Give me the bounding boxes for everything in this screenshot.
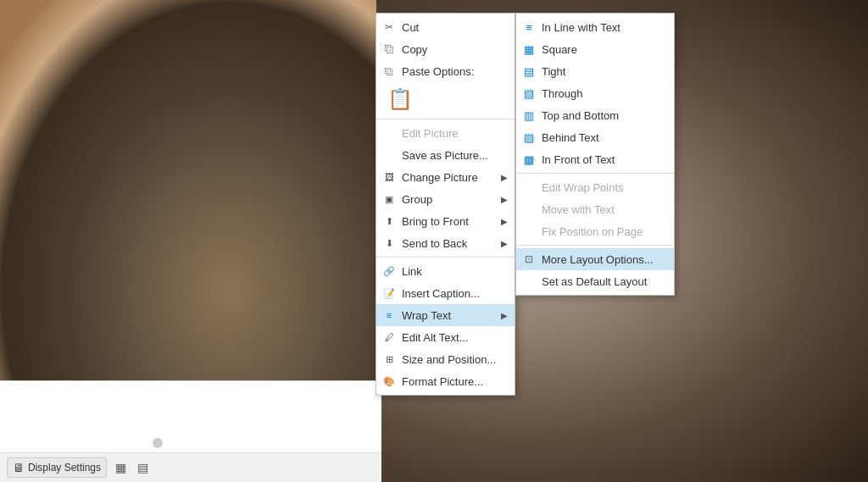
submenu-item-edit-wrap: Edit Wrap Points (516, 176, 674, 198)
menu-item-group[interactable]: ▣ Group ▶ (376, 188, 515, 210)
behind-text-icon: ▨ (521, 130, 537, 145)
save-picture-icon (381, 147, 397, 163)
set-default-icon (521, 274, 537, 289)
behind-text-label: Behind Text (542, 131, 599, 144)
submenu-item-through[interactable]: ▧ Through (516, 82, 674, 104)
bring-front-label: Bring to Front (402, 215, 469, 228)
send-back-label: Send to Back (402, 237, 467, 250)
display-settings-button[interactable]: 🖥 Display Settings (7, 457, 107, 478)
submenu-item-move-text: Move with Text (516, 198, 674, 220)
menu-item-save-picture[interactable]: Save as Picture... (376, 144, 515, 166)
edit-picture-label: Edit Picture (402, 127, 458, 140)
submenu-item-square[interactable]: ▦ Square (516, 38, 674, 60)
scroll-indicator (153, 438, 163, 448)
front-text-label: In Front of Text (542, 153, 615, 166)
display-settings-label: Display Settings (28, 462, 101, 474)
inline-icon: ≡ (521, 19, 537, 35)
paste-icon[interactable]: 📋 (385, 84, 415, 114)
more-layout-label: More Layout Options... (542, 253, 654, 266)
submenu-item-behind-text[interactable]: ▨ Behind Text (516, 126, 674, 148)
menu-item-format-picture[interactable]: 🎨 Format Picture... (376, 370, 515, 392)
menu-item-send-back[interactable]: ⬇ Send to Back ▶ (376, 232, 515, 254)
top-bottom-label: Top and Bottom (542, 109, 619, 122)
size-position-icon: ⊞ (381, 352, 397, 367)
edit-alt-icon: 🖊 (381, 330, 397, 345)
paste-options-label: Paste Options: (402, 65, 474, 78)
link-icon: 🔗 (381, 263, 397, 279)
tight-label: Tight (542, 65, 565, 78)
menu-item-bring-front[interactable]: ⬆ Bring to Front ▶ (376, 210, 515, 232)
change-picture-label: Change Picture (402, 171, 478, 184)
submenu-separator-2 (516, 245, 674, 246)
submenu-item-top-bottom[interactable]: ▥ Top and Bottom (516, 104, 674, 126)
square-icon: ▦ (521, 42, 537, 57)
move-text-icon (521, 202, 537, 217)
bring-front-arrow: ▶ (501, 217, 508, 226)
submenu-item-tight[interactable]: ▤ Tight (516, 60, 674, 82)
read-view-icon[interactable]: ▤ (134, 459, 151, 476)
submenu-item-inline[interactable]: ≡ In Line with Text (516, 16, 674, 38)
submenu-item-more-layout[interactable]: ⊡ More Layout Options... (516, 248, 674, 270)
through-icon: ▧ (521, 86, 537, 101)
menu-item-edit-alt[interactable]: 🖊 Edit Alt Text... (376, 326, 515, 348)
menu-item-change-picture[interactable]: 🖼 Change Picture ▶ (376, 166, 515, 188)
change-picture-arrow: ▶ (501, 173, 508, 182)
insert-caption-label: Insert Caption... (402, 287, 480, 300)
separator-2 (376, 257, 515, 258)
format-picture-label: Format Picture... (402, 375, 483, 388)
set-default-label: Set as Default Layout (542, 275, 647, 288)
menu-item-copy[interactable]: ⿻ Copy (376, 38, 515, 60)
edit-wrap-label: Edit Wrap Points (542, 181, 624, 194)
top-bottom-icon: ▥ (521, 108, 537, 123)
wrap-text-icon: ≡ (381, 307, 397, 323)
cut-label: Cut (402, 21, 419, 34)
bring-front-icon: ⬆ (381, 213, 397, 229)
menu-item-link[interactable]: 🔗 Link (376, 260, 515, 282)
send-back-arrow: ▶ (501, 239, 508, 248)
submenu-item-front-text[interactable]: ▩ In Front of Text (516, 148, 674, 170)
monitor-icon: 🖥 (13, 461, 25, 474)
menu-item-wrap-text[interactable]: ≡ Wrap Text ▶ (376, 304, 515, 326)
fix-position-label: Fix Position on Page (542, 225, 643, 238)
wrap-text-label: Wrap Text (402, 309, 451, 322)
submenu-item-set-default[interactable]: Set as Default Layout (516, 270, 674, 292)
copy-icon: ⿻ (381, 42, 397, 57)
inline-label: In Line with Text (542, 21, 620, 34)
save-picture-label: Save as Picture... (402, 149, 488, 162)
context-menu: ✂ Cut ⿻ Copy ⿻ Paste Options: 📋 Edit Pic… (376, 13, 515, 396)
edit-wrap-icon (521, 180, 537, 195)
menu-item-edit-picture: Edit Picture (376, 122, 515, 144)
more-layout-icon: ⊡ (521, 252, 537, 267)
separator-1 (376, 119, 515, 119)
menu-item-cut[interactable]: ✂ Cut (376, 16, 515, 38)
change-picture-icon: 🖼 (381, 169, 397, 185)
edit-alt-label: Edit Alt Text... (402, 331, 469, 344)
fix-position-icon (521, 224, 537, 239)
submenu-separator-1 (516, 173, 674, 174)
square-label: Square (542, 43, 577, 56)
paste-header-icon: ⿻ (381, 64, 397, 79)
edit-picture-icon (381, 125, 397, 141)
submenu-item-fix-position: Fix Position on Page (516, 220, 674, 242)
send-back-icon: ⬇ (381, 235, 397, 251)
group-icon: ▣ (381, 191, 397, 207)
cut-icon: ✂ (381, 19, 397, 35)
size-position-label: Size and Position... (402, 353, 496, 366)
front-text-icon: ▩ (521, 152, 537, 167)
group-label: Group (402, 193, 432, 206)
menu-item-size-position[interactable]: ⊞ Size and Position... (376, 348, 515, 370)
copy-label: Copy (402, 43, 427, 56)
link-label: Link (402, 265, 422, 278)
wrap-text-submenu: ≡ In Line with Text ▦ Square ▤ Tight ▧ T… (515, 13, 675, 296)
format-picture-icon: 🎨 (381, 374, 397, 389)
document-toolbar: 🖥 Display Settings ▦ ▤ (0, 452, 381, 482)
move-text-label: Move with Text (542, 203, 615, 216)
menu-item-insert-caption[interactable]: 📝 Insert Caption... (376, 282, 515, 304)
through-label: Through (542, 87, 582, 100)
paste-icon-row[interactable]: 📋 (376, 82, 515, 116)
tight-icon: ▤ (521, 64, 537, 79)
wrap-text-arrow: ▶ (501, 311, 508, 320)
page-view-icon[interactable]: ▦ (112, 459, 129, 476)
insert-caption-icon: 📝 (381, 285, 397, 301)
group-arrow: ▶ (501, 195, 508, 204)
